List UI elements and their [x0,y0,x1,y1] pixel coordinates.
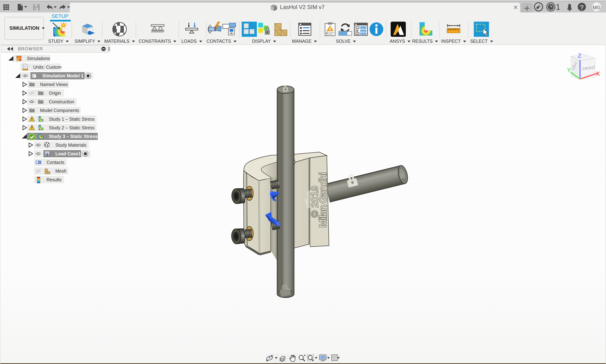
svg-text:?: ? [580,4,584,11]
svg-text:Milan Gandhi: Milan Gandhi [317,172,329,228]
svg-text:Y: Y [567,66,571,73]
svg-text:Z: Z [578,52,582,59]
svg-text:X: X [596,70,600,77]
svg-text:1: 1 [556,2,560,11]
svg-text:MG: MG [593,5,601,10]
